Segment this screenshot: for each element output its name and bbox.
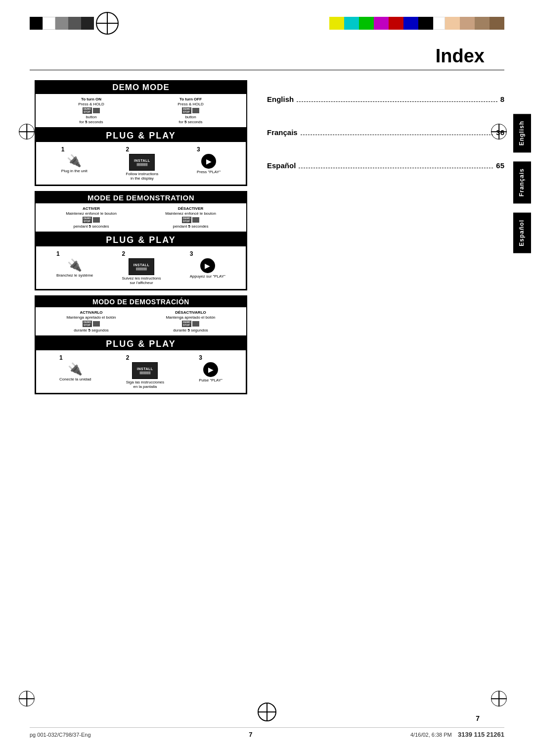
index-page-espanol: 65 bbox=[496, 161, 504, 170]
footer-code: 3139 115 21261 bbox=[458, 731, 504, 738]
index-label-espanol: Español bbox=[267, 161, 296, 170]
index-section: English 8 Français 36 Español 65 bbox=[252, 80, 504, 399]
index-entry-francais: Français 36 bbox=[267, 128, 504, 137]
panels-section: DEMO MODE To turn ON Press & HOLD DEMOST… bbox=[35, 80, 247, 399]
crosshair-left-top bbox=[19, 124, 35, 140]
index-entry-english: English 8 bbox=[267, 95, 504, 103]
footer: pg 001-032/C798/37-Eng 7 4/16/02, 6:38 P… bbox=[30, 727, 504, 738]
page-number: 7 bbox=[476, 714, 480, 722]
tab-francais[interactable]: Français bbox=[513, 161, 531, 203]
crosshair-right-top bbox=[491, 124, 507, 140]
plug-play-spanish: PLUG & PLAY 1 🔌 Conecte la unidad 2 INST… bbox=[35, 336, 247, 394]
index-dots-francais bbox=[301, 135, 493, 135]
demo-mode-english-header: DEMO MODE bbox=[36, 81, 246, 94]
crosshair-left-bottom bbox=[19, 691, 35, 707]
side-tabs: English Français Español bbox=[513, 114, 534, 262]
demo-mode-spanish: MODO DE DEMOSTRACIÓN ACTIVARLO Mantenga … bbox=[35, 295, 247, 336]
page-title: Index bbox=[436, 46, 485, 66]
crosshair-bottom-center bbox=[258, 703, 276, 721]
plug-play-english: PLUG & PLAY 1 🔌 Plug in the unit 2 INSTA… bbox=[35, 128, 247, 186]
index-dots-espanol bbox=[299, 168, 493, 168]
crosshair-right-bottom bbox=[491, 691, 507, 707]
plug-play-french: PLUG & PLAY 1 🔌 Branchez le système 2 IN… bbox=[35, 233, 247, 290]
tab-espanol[interactable]: Español bbox=[513, 213, 531, 253]
footer-right-info: 4/16/02, 6:38 PM 3139 115 21261 bbox=[410, 731, 504, 738]
index-dots-english bbox=[297, 101, 497, 102]
tab-english[interactable]: English bbox=[513, 114, 531, 152]
footer-center: 7 bbox=[249, 731, 252, 738]
index-label-english: English bbox=[267, 95, 294, 103]
demo-mode-french: MODE DE DEMONSTRATION ACTIVER Maintenez … bbox=[35, 191, 247, 233]
demo-mode-english: DEMO MODE To turn ON Press & HOLD DEMOST… bbox=[35, 80, 247, 128]
index-page-english: 8 bbox=[500, 95, 504, 103]
index-entry-espanol: Español 65 bbox=[267, 161, 504, 170]
footer-left: pg 001-032/C798/37-Eng bbox=[30, 732, 91, 738]
index-label-francais: Français bbox=[267, 128, 298, 137]
